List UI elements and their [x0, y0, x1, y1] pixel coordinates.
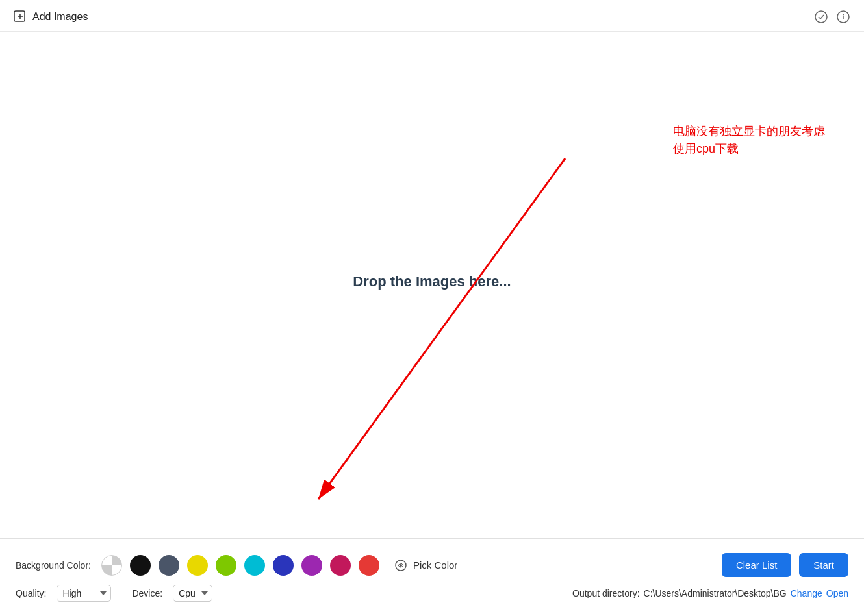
svg-point-6: [843, 14, 844, 16]
output-path: C:\Users\Administrator\Desktop\BG: [644, 588, 787, 598]
add-images-icon: [13, 10, 27, 24]
color-swatch-yellow[interactable]: [187, 555, 208, 576]
info-icon[interactable]: [835, 9, 851, 25]
start-button[interactable]: Start: [799, 553, 848, 577]
title-section: Add Images: [13, 10, 88, 24]
pick-color-label: Pick Color: [413, 560, 457, 571]
color-picker-icon: [394, 558, 408, 573]
color-row: Background Color: Pick Color: [16, 553, 848, 577]
title-action-icons: [813, 9, 851, 25]
color-swatch-cyan[interactable]: [244, 555, 265, 576]
device-select[interactable]: Cpu Gpu: [173, 585, 212, 602]
check-circle-icon[interactable]: [813, 9, 829, 25]
svg-line-8: [318, 158, 565, 499]
quality-select[interactable]: Low Medium High Ultra: [57, 585, 111, 602]
device-label: Device:: [132, 588, 162, 598]
color-swatch-slate[interactable]: [159, 555, 179, 576]
annotation-line1: 电脑没有独立显卡的朋友考虑: [673, 123, 825, 140]
drop-zone[interactable]: Drop the Images here...: [0, 273, 864, 290]
pick-color-button[interactable]: Pick Color: [387, 554, 464, 576]
title-bar: Add Images: [0, 0, 864, 32]
main-content: 电脑没有独立显卡的朋友考虑 使用cpu下载 Drop the Images he…: [0, 32, 864, 531]
svg-point-10: [400, 564, 402, 567]
output-label: Output directory:: [572, 588, 640, 598]
color-swatch-crimson[interactable]: [330, 555, 351, 576]
quality-label: Quality:: [16, 588, 46, 598]
color-swatch-red[interactable]: [359, 555, 379, 576]
quality-row: Quality: Low Medium High Ultra Device: C…: [16, 585, 848, 602]
output-change-button[interactable]: Change: [791, 588, 822, 598]
color-swatch-black[interactable]: [130, 555, 151, 576]
bottom-bar: Background Color: Pick Color: [0, 538, 864, 616]
clear-list-button[interactable]: Clear List: [722, 553, 791, 577]
page-title: Add Images: [32, 11, 88, 23]
color-swatch-blue[interactable]: [273, 555, 294, 576]
color-swatch-lime[interactable]: [216, 555, 236, 576]
color-swatch-purple[interactable]: [301, 555, 322, 576]
color-swatch-transparent[interactable]: [101, 555, 122, 576]
svg-point-3: [815, 11, 827, 23]
output-section: Output directory: C:\Users\Administrator…: [572, 588, 848, 598]
drop-zone-text: Drop the Images here...: [353, 273, 511, 290]
background-color-label: Background Color:: [16, 560, 91, 571]
annotation-text: 电脑没有独立显卡的朋友考虑 使用cpu下载: [673, 123, 825, 158]
output-open-button[interactable]: Open: [826, 588, 848, 598]
annotation-line2: 使用cpu下载: [673, 140, 825, 158]
